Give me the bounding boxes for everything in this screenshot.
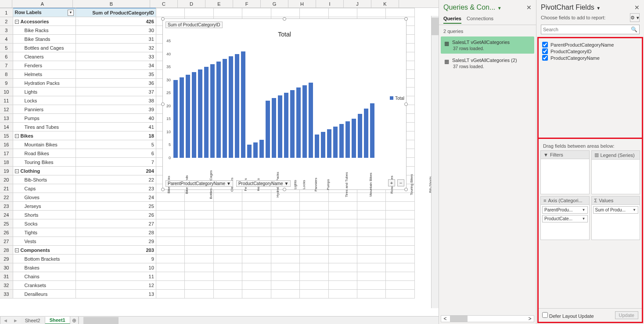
chart-collapse-button[interactable]: −: [397, 179, 404, 186]
resize-handle-ne[interactable]: [404, 17, 408, 21]
cell-K29[interactable]: [386, 255, 415, 263]
cell-A26[interactable]: Tights: [13, 228, 76, 237]
cell-B6[interactable]: 33: [76, 52, 156, 61]
cell-B23[interactable]: 25: [76, 202, 156, 211]
cell-E28[interactable]: [213, 246, 242, 255]
cell-I23[interactable]: [328, 202, 357, 211]
values-field-item[interactable]: Sum of Produ...▼: [593, 206, 639, 214]
bar-Wheels[interactable]: [370, 103, 374, 158]
chart-axis-field-1[interactable]: ParentProductCategoryName ▼: [165, 180, 233, 187]
cell-C31[interactable]: [156, 272, 184, 281]
bar-Bike Racks[interactable]: [173, 80, 178, 158]
row-header-30[interactable]: 30: [0, 263, 13, 272]
bar-Pumps[interactable]: [235, 54, 239, 158]
sheet-nav-prev[interactable]: ◄: [0, 318, 11, 323]
field-checkbox[interactable]: [542, 48, 548, 54]
cell-J25[interactable]: [357, 219, 385, 228]
row-header-6[interactable]: 6: [0, 52, 13, 61]
cell-D31[interactable]: [185, 272, 213, 281]
row-header-26[interactable]: 26: [0, 228, 13, 237]
collapse-toggle[interactable]: −: [15, 169, 19, 173]
cell-A1[interactable]: Row Labels▼: [13, 8, 76, 17]
cell-E26[interactable]: [213, 228, 242, 237]
cell-A17[interactable]: Road Bikes: [13, 149, 76, 158]
field-ProductCategoryName[interactable]: ProductCategoryName: [542, 55, 638, 61]
cell-B18[interactable]: 7: [76, 158, 156, 167]
cell-J24[interactable]: [357, 211, 385, 219]
cell-B1[interactable]: Sum of ProductCategoryID: [76, 8, 156, 17]
cell-J31[interactable]: [357, 272, 385, 281]
row-header-17[interactable]: 17: [0, 149, 13, 158]
field-ParentProductCategoryName[interactable]: ParentProductCategoryName: [542, 42, 638, 47]
vertical-scrollbar[interactable]: [431, 16, 439, 308]
cell-B13[interactable]: 40: [76, 114, 156, 123]
cell-G32[interactable]: [271, 281, 299, 290]
cell-F23[interactable]: [242, 202, 271, 211]
fields-pane-close[interactable]: ✕: [634, 4, 640, 11]
cell-F22[interactable]: [242, 193, 271, 202]
bar-Panniers[interactable]: [229, 56, 233, 158]
cell-C24[interactable]: [156, 211, 184, 219]
cell-A31[interactable]: Chains: [13, 272, 76, 281]
cell-I29[interactable]: [328, 255, 357, 263]
cell-B28[interactable]: 203: [76, 246, 156, 255]
cell-E30[interactable]: [213, 263, 242, 272]
cell-A9[interactable]: Hydration Packs: [13, 79, 76, 87]
sheet-tab-1[interactable]: Sheet1: [45, 317, 70, 324]
row-header-12[interactable]: 12: [0, 105, 13, 114]
row-header-5[interactable]: 5: [0, 44, 13, 52]
cell-K32[interactable]: [386, 281, 415, 290]
cell-E27[interactable]: [213, 237, 242, 246]
cell-A24[interactable]: Shorts: [13, 211, 76, 219]
cell-E1[interactable]: [213, 8, 242, 17]
select-all-corner[interactable]: [0, 0, 12, 7]
bar-Gloves[interactable]: [278, 95, 282, 158]
column-header-J[interactable]: J: [344, 0, 371, 7]
cell-G28[interactable]: [271, 246, 299, 255]
column-header-F[interactable]: F: [233, 0, 261, 7]
cell-E32[interactable]: [213, 281, 242, 290]
cell-A18[interactable]: Touring Bikes: [13, 158, 76, 167]
cell-C29[interactable]: [156, 255, 184, 263]
bar-Forks[interactable]: [345, 121, 350, 158]
field-ProductCategoryID[interactable]: ProductCategoryID: [542, 48, 638, 54]
cell-B27[interactable]: 29: [76, 237, 156, 246]
bar-Bib-Shorts[interactable]: [266, 101, 270, 158]
cell-A3[interactable]: Bike Racks: [13, 26, 76, 35]
cell-B2[interactable]: 426: [76, 17, 156, 26]
cell-B30[interactable]: 10: [76, 263, 156, 272]
cell-K31[interactable]: [386, 272, 415, 281]
cell-C32[interactable]: [156, 281, 184, 290]
chart-expand-button[interactable]: +: [388, 179, 395, 186]
cell-H24[interactable]: [300, 211, 328, 219]
chart-legend[interactable]: Total: [390, 96, 404, 101]
cell-B32[interactable]: 12: [76, 281, 156, 290]
cell-J28[interactable]: [357, 246, 385, 255]
cell-A8[interactable]: Helmets: [13, 70, 76, 79]
bar-Saddles[interactable]: [364, 109, 368, 158]
cell-A23[interactable]: Jerseys: [13, 202, 76, 211]
cell-B19[interactable]: 204: [76, 167, 156, 175]
cell-B26[interactable]: 28: [76, 228, 156, 237]
bar-Socks[interactable]: [296, 87, 301, 158]
cell-F31[interactable]: [242, 272, 271, 281]
cell-D27[interactable]: [185, 237, 213, 246]
cell-B15[interactable]: 18: [76, 131, 156, 140]
column-header-C[interactable]: C: [150, 0, 178, 7]
cell-J30[interactable]: [357, 263, 385, 272]
cell-J32[interactable]: [357, 281, 385, 290]
resize-handle-nw[interactable]: [161, 17, 165, 21]
cell-H1[interactable]: [300, 8, 328, 17]
cell-B7[interactable]: 34: [76, 61, 156, 70]
cell-D29[interactable]: [185, 255, 213, 263]
cell-K23[interactable]: [386, 202, 415, 211]
cell-H33[interactable]: [300, 290, 328, 299]
bar-Mountain Bikes[interactable]: [247, 145, 252, 158]
cell-H31[interactable]: [300, 272, 328, 281]
cell-B24[interactable]: 26: [76, 211, 156, 219]
collapse-toggle[interactable]: −: [15, 248, 19, 252]
cell-A28[interactable]: −Components: [13, 246, 76, 255]
cell-A12[interactable]: Panniers: [13, 105, 76, 114]
cell-C33[interactable]: [156, 290, 184, 299]
cell-A22[interactable]: Gloves: [13, 193, 76, 202]
